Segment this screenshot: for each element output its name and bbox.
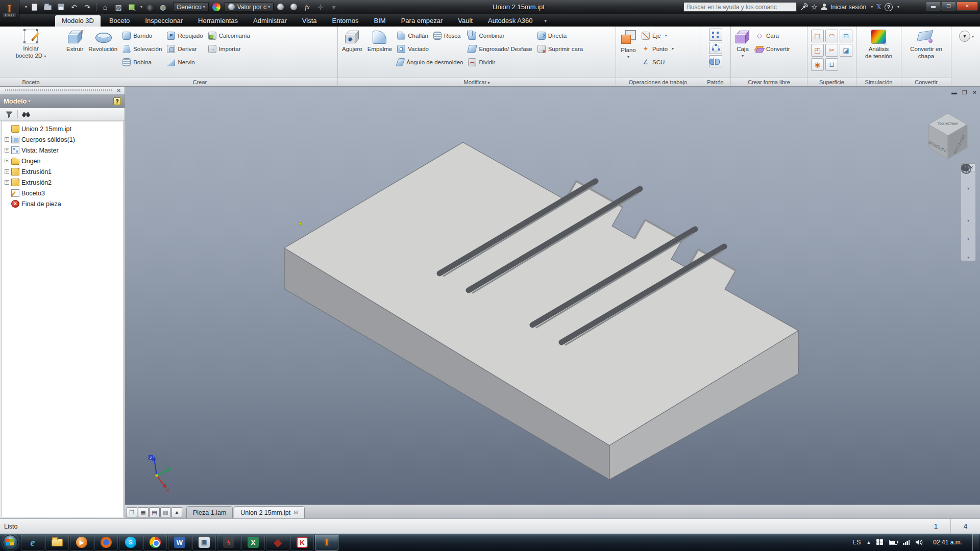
redo-button[interactable]: ↷: [81, 2, 93, 12]
bobina-button[interactable]: Bobina: [120, 56, 164, 68]
tree-item-extrusion1[interactable]: + Extrusión1: [5, 166, 123, 177]
tree-item-boceto3[interactable]: Boceto3: [5, 188, 123, 198]
taskbar-clock[interactable]: 02:41 a.m.: [928, 539, 967, 546]
calcomania-button[interactable]: Calcomanía: [206, 29, 252, 42]
adjust-appearance-button[interactable]: [275, 2, 287, 12]
close-button[interactable]: ✕: [957, 2, 978, 11]
plano-button[interactable]: Plano ▾: [618, 29, 639, 78]
communication-center-icon[interactable]: [800, 3, 808, 11]
convertir-forma-button[interactable]: Convertir: [753, 42, 792, 55]
directa-button[interactable]: Directa: [535, 29, 585, 42]
expand-icon[interactable]: +: [5, 180, 9, 185]
tab-inspeccionar[interactable]: Inspeccionar: [138, 15, 189, 27]
barrido-button[interactable]: Barrido: [120, 29, 164, 42]
tile-vertical-button[interactable]: ▥: [160, 507, 171, 517]
taskbar-firefox[interactable]: [94, 535, 118, 550]
doc-tab-union2[interactable]: Union 2 15mm.ipt⊠: [234, 506, 304, 518]
measure-button[interactable]: ✛: [314, 2, 327, 12]
panel-label-crear[interactable]: Crear: [62, 78, 337, 86]
appearance-dropdown[interactable]: Valor por c ▾: [225, 2, 274, 12]
pan-hand-icon[interactable]: [962, 192, 974, 204]
taskbar-inventor-active[interactable]: I: [315, 535, 338, 550]
cara-button[interactable]: ◇Cara: [753, 29, 792, 42]
qat-customize-caret-icon[interactable]: ▾: [328, 2, 340, 12]
ribbon-collapse-caret-icon[interactable]: ▾: [972, 34, 974, 39]
zoom-icon[interactable]: [962, 206, 974, 218]
tab-entornos[interactable]: Entornos: [326, 15, 365, 27]
panel-label-superficie[interactable]: Superficie: [807, 78, 856, 86]
material-picker-caret-icon[interactable]: ▾: [140, 5, 142, 9]
start-button[interactable]: [0, 534, 20, 551]
minimize-button[interactable]: ▬: [926, 2, 941, 11]
fusionar-superficie-button[interactable]: ◉: [811, 58, 824, 71]
expand-icon[interactable]: +: [5, 169, 9, 174]
tab-autodesk-a360[interactable]: Autodesk A360: [481, 15, 539, 27]
hidden-icons-caret-icon[interactable]: ▲: [866, 540, 871, 545]
panel-label-modificar[interactable]: Modificar: [338, 78, 616, 86]
tab-bim[interactable]: BIM: [368, 15, 393, 27]
wheel-caret-icon[interactable]: ▾: [967, 187, 969, 190]
solevacion-button[interactable]: Solevación: [120, 42, 164, 55]
help-search-input[interactable]: [683, 2, 797, 12]
taskbar-word[interactable]: W: [168, 535, 191, 550]
orbit-caret-icon[interactable]: ▾: [967, 238, 969, 241]
analisis-tension-button[interactable]: Análisisde tensión: [863, 29, 894, 78]
patron-circular-button[interactable]: [709, 42, 722, 54]
new-file-button[interactable]: [28, 2, 40, 12]
angulo-desmoldeo-button[interactable]: Ángulo de desmoldeo: [395, 56, 465, 68]
home-view-button[interactable]: ⌂: [99, 2, 111, 12]
zoom-caret-icon[interactable]: ▾: [967, 219, 969, 222]
engrosado-button[interactable]: Engrosado/ Desfase: [466, 42, 534, 55]
tab-overflow-caret-icon[interactable]: ▾: [542, 15, 550, 27]
search-browser-button[interactable]: [20, 109, 32, 119]
agujero-button[interactable]: Agujero: [340, 29, 364, 78]
browser-close-icon[interactable]: ✕: [115, 88, 122, 93]
render-globe-button[interactable]: ◍: [157, 2, 169, 12]
collapse-tabs-button[interactable]: ▲: [172, 507, 182, 517]
panel-label-simulacion[interactable]: Simulación: [856, 78, 901, 86]
nervio-button[interactable]: Nervio: [165, 56, 205, 68]
browser-header-dropdown[interactable]: Modelo ▾ ?: [0, 94, 125, 108]
taskbar-internet-explorer[interactable]: e: [21, 535, 44, 550]
panel-label-forma-libre[interactable]: Crear forma libre: [731, 78, 807, 86]
taskbar-autodesk-app[interactable]: ϟ: [217, 535, 240, 550]
expand-icon[interactable]: +: [5, 137, 9, 142]
app-menu-caret-icon[interactable]: ▾: [25, 5, 27, 9]
doc-close-icon[interactable]: ✕: [972, 89, 977, 95]
superficie-barrido-button[interactable]: ◠: [825, 30, 838, 42]
action-center-icon[interactable]: [876, 539, 884, 545]
navigation-wheel-icon[interactable]: [962, 173, 974, 186]
empalme-button[interactable]: Empalme: [365, 29, 395, 78]
tab-administrar[interactable]: Administrar: [247, 15, 293, 27]
clear-appearance-button[interactable]: [288, 2, 300, 12]
taskbar-chrome[interactable]: [143, 535, 167, 550]
eje-button[interactable]: Eje▾: [640, 29, 676, 42]
tab-vista[interactable]: Vista: [296, 15, 324, 27]
expand-icon[interactable]: +: [5, 159, 9, 163]
scu-button[interactable]: ∠SCU: [640, 56, 676, 68]
tree-item-part[interactable]: Union 2 15mm.ipt: [5, 123, 123, 134]
taskbar-k-app[interactable]: K: [290, 535, 314, 550]
help-button[interactable]: ?: [885, 3, 893, 11]
viewport-canvas[interactable]: Z X FRONTAL INFERIOR DERECHA: [125, 87, 980, 505]
tile-grid-button[interactable]: ▦: [138, 507, 149, 517]
tab-vault[interactable]: Vault: [451, 15, 479, 27]
filter-button[interactable]: [3, 109, 15, 119]
presence-button[interactable]: ◉: [143, 2, 156, 12]
ribbon-collapse-button[interactable]: ▼: [959, 31, 970, 42]
simetria-button[interactable]: [709, 55, 722, 67]
network-signal-icon[interactable]: [903, 540, 910, 545]
punto-button[interactable]: ✦Punto▾: [640, 42, 676, 55]
exchange-apps-button[interactable]: X: [876, 3, 881, 11]
esculpir-button[interactable]: ◪: [840, 44, 852, 57]
patron-rectangular-button[interactable]: [709, 29, 722, 41]
rosca-button[interactable]: Rosca: [431, 29, 463, 42]
superficie-limite-button[interactable]: ◰: [811, 44, 824, 57]
tree-item-origen[interactable]: + Origen: [5, 156, 123, 166]
doc-restore-icon[interactable]: ❐: [962, 89, 967, 95]
parameters-fx-button[interactable]: fx: [301, 2, 313, 12]
cascade-windows-button[interactable]: ❐: [127, 507, 137, 517]
derivar-button[interactable]: Derivar: [165, 42, 205, 55]
save-button[interactable]: [55, 2, 67, 12]
tree-item-final-de-pieza[interactable]: ✕ Final de pieza: [5, 198, 123, 209]
